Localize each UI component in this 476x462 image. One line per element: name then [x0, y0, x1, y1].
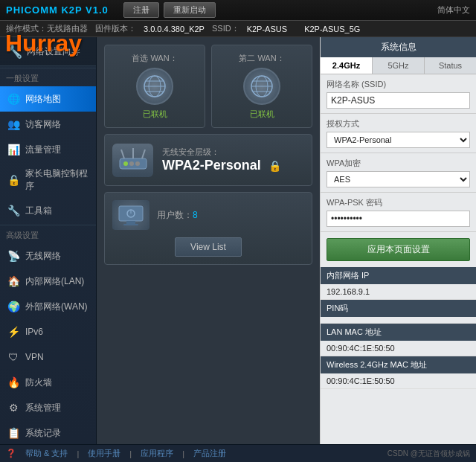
sidebar-item-ipv6[interactable]: ⚡ IPv6 — [0, 319, 96, 344]
auth-field-group: 授权方式 WPA2-Personal — [321, 114, 476, 153]
sidebar-label-firewall: 防火墙 — [25, 376, 52, 389]
clients-row: 用户数：8 View List — [104, 192, 312, 265]
wan2-icon — [243, 68, 280, 105]
sysadmin-icon: ⚙ — [6, 400, 21, 415]
sidebar-item-parental[interactable]: 🔒 家长电脑控制程序 — [0, 162, 96, 198]
pin-divider: PIN码 — [321, 300, 476, 317]
manual-link[interactable]: 使用手册 — [88, 448, 120, 459]
restart-button[interactable]: 重新启动 — [164, 2, 216, 18]
sidebar: 🔧 网络设置向导 一般设置 🌐 网络地图 👥 访客网络 📊 流量管理 🔒 家长电… — [0, 37, 97, 444]
sidebar-label-ipv6: IPv6 — [25, 327, 43, 337]
mode-label: 操作模式：无线路由器 — [6, 23, 88, 34]
sidebar-label-network-map: 网络地图 — [25, 93, 61, 106]
lan-mac-value: 00:90:4C:1E:50:50 — [327, 344, 470, 353]
svg-rect-19 — [123, 224, 138, 225]
sidebar-label-guest: 访客网络 — [25, 118, 61, 131]
parental-icon: 🔒 — [6, 173, 21, 187]
clients-count: 8 — [193, 210, 198, 220]
lock-icon: 🔒 — [268, 160, 281, 172]
clients-label: 用户数：8 — [157, 209, 198, 222]
security-value: WPA2-Personal 🔒 — [162, 158, 281, 173]
wireless-mac-field: 00:90:4C:1E:50:50 — [321, 373, 476, 389]
sidebar-item-guest-network[interactable]: 👥 访客网络 — [0, 112, 96, 137]
tab-2-4ghz[interactable]: 2.4GHz — [321, 57, 373, 74]
lan-mac-field: 00:90:4C:1E:50:50 — [321, 341, 476, 356]
right-panel: 系统信息 2.4GHz 5GHz Status 网络名称 (SSID) 授权方式… — [320, 37, 476, 444]
ipv6-icon: ⚡ — [6, 324, 21, 339]
tabs-row: 2.4GHz 5GHz Status — [321, 57, 476, 74]
sidebar-item-wireless[interactable]: 📡 无线网络 — [0, 243, 96, 269]
firmware-label: 固件版本： — [95, 23, 136, 34]
internal-ip-divider: 内部网络 IP — [321, 267, 476, 284]
sidebar-item-wan[interactable]: 🌍 外部网络(WAN) — [0, 294, 96, 319]
content-area: 首选 WAN： 已联机 第二 WAN： — [97, 37, 320, 444]
view-list-button[interactable]: View List — [175, 237, 242, 257]
tab-5ghz[interactable]: 5GHz — [373, 57, 425, 74]
svg-point-11 — [123, 161, 128, 166]
ssid-input[interactable] — [327, 92, 470, 109]
security-row: 无线安全层级： WPA2-Personal 🔒 — [104, 134, 312, 186]
register-link[interactable]: 产品注册 — [193, 448, 226, 459]
sidebar-item-syslog[interactable]: 📋 系统记录 — [0, 420, 96, 444]
wan1-box: 首选 WAN： 已联机 — [104, 45, 205, 128]
sep3: | — [182, 449, 184, 458]
ssid-field-group: 网络名称 (SSID) — [321, 74, 476, 114]
auth-select[interactable]: WPA2-Personal — [327, 132, 470, 148]
wpa-psk-label: WPA-PSK 密码 — [327, 197, 470, 208]
sidebar-item-firewall[interactable]: 🔥 防火墙 — [0, 370, 96, 395]
wan2-label: 第二 WAN： — [239, 53, 284, 64]
wireless-mac-divider: Wireless 2.4GHz MAC 地址 — [321, 356, 476, 373]
setup-wizard-label: 网络设置向导 — [27, 45, 80, 58]
sidebar-item-sysadmin[interactable]: ⚙ 系统管理 — [0, 395, 96, 420]
sidebar-item-tools[interactable]: 🔧 工具箱 — [0, 198, 96, 223]
watermark: CSDN @无证首领炒成锅 — [387, 449, 470, 459]
clients-top: 用户数：8 — [112, 200, 304, 230]
sidebar-item-network-map[interactable]: 🌐 网络地图 — [0, 86, 96, 112]
wan-row: 首选 WAN： 已联机 第二 WAN： — [104, 45, 312, 128]
wpa-psk-input[interactable] — [327, 211, 470, 227]
language-selector[interactable]: 简体中文 — [437, 4, 470, 16]
ssid-field-label: 网络名称 (SSID) — [327, 79, 470, 90]
internal-ip-value: 192.168.9.1 — [327, 287, 470, 296]
register-button[interactable]: 注册 — [123, 2, 159, 18]
svg-point-13 — [135, 161, 140, 166]
sidebar-item-vpn[interactable]: 🛡 VPN — [0, 344, 96, 370]
wan2-status: 已联机 — [250, 109, 274, 120]
bottom-bar: ❓ 帮助 & 支持 | 使用手册 | 应用程序 | 产品注册 CSDN @无证首… — [0, 444, 476, 462]
lan-mac-divider: LAN MAC 地址 — [321, 324, 476, 341]
sidebar-item-traffic[interactable]: 📊 流量管理 — [0, 137, 96, 162]
apply-button[interactable]: 应用本页面设置 — [327, 238, 470, 261]
sep2: | — [129, 449, 132, 458]
setup-wizard-item[interactable]: 🔧 网络设置向导 — [0, 37, 96, 66]
ssid2: K2P-ASUS_5G — [304, 25, 360, 33]
router-icon — [112, 144, 153, 177]
wpa-encrypt-field-group: WPA加密 AES — [321, 153, 476, 193]
tools-icon: 🔧 — [6, 203, 21, 218]
main-layout: 🔧 网络设置向导 一般设置 🌐 网络地图 👥 访客网络 📊 流量管理 🔒 家长电… — [0, 37, 476, 444]
sidebar-label-sysadmin: 系统管理 — [25, 402, 61, 414]
wan1-icon — [136, 68, 173, 105]
guest-network-icon: 👥 — [6, 117, 21, 132]
wpa-encrypt-select[interactable]: AES — [327, 171, 470, 187]
system-info-title: 系统信息 — [321, 37, 476, 57]
sidebar-item-lan[interactable]: 🏠 内部网络(LAN) — [0, 269, 96, 294]
network-diagram: 首选 WAN： 已联机 第二 WAN： — [97, 37, 320, 444]
sidebar-label-vpn: VPN — [25, 352, 44, 362]
sidebar-label-wireless: 无线网络 — [25, 250, 61, 263]
firmware-version: 3.0.0.4.380_K2P — [144, 25, 205, 33]
svg-rect-18 — [126, 221, 135, 224]
sidebar-label-syslog: 系统记录 — [25, 427, 61, 440]
vpn-icon: 🛡 — [6, 350, 21, 365]
app-link[interactable]: 应用程序 — [141, 448, 173, 459]
svg-point-12 — [129, 161, 134, 166]
wan1-label: 首选 WAN： — [132, 53, 177, 64]
help-link[interactable]: 帮助 & 支持 — [25, 448, 68, 459]
ssid1: K2P-ASUS — [247, 25, 287, 33]
general-section-label: 一般设置 — [0, 68, 96, 86]
tab-status[interactable]: Status — [425, 57, 476, 74]
wpa-encrypt-label: WPA加密 — [327, 158, 470, 169]
sep1: | — [77, 449, 79, 458]
firewall-icon: 🔥 — [6, 375, 21, 390]
sidebar-label-lan: 内部网络(LAN) — [25, 275, 84, 288]
sidebar-label-wan: 外部网络(WAN) — [25, 301, 88, 313]
